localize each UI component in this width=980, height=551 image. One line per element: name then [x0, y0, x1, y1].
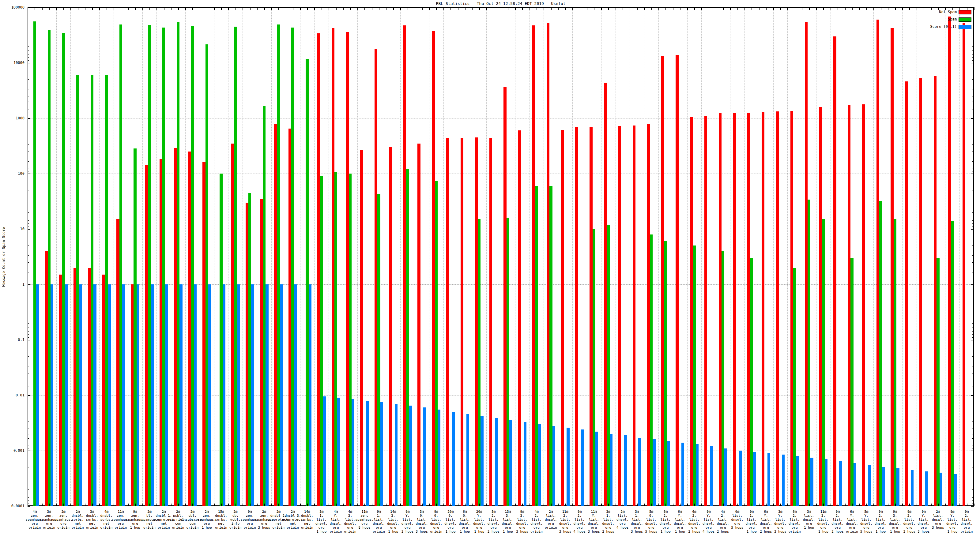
x-tick	[759, 503, 759, 506]
bar-score	[566, 428, 569, 506]
bar-score	[352, 399, 354, 506]
y-minor-tick	[972, 168, 974, 168]
x-tick	[931, 7, 932, 10]
bar-not-spam	[131, 284, 134, 506]
bar-not-spam	[575, 127, 578, 506]
x-tick	[830, 503, 831, 506]
x-tick	[70, 7, 71, 10]
bar-spam	[62, 33, 65, 506]
bar-score	[595, 432, 598, 506]
bar-not-spam	[88, 268, 91, 506]
bar-not-spam	[963, 23, 965, 506]
bar-not-spam	[446, 138, 449, 506]
x-gridline	[816, 7, 816, 506]
y-minor-tick	[972, 489, 974, 490]
x-tick	[422, 7, 423, 10]
bar-score	[79, 284, 82, 506]
y-major-tick	[971, 340, 974, 340]
x-tick	[536, 503, 537, 506]
y-major-tick	[27, 395, 30, 396]
y-tick-label: 0.1	[0, 338, 24, 341]
x-tick	[888, 503, 888, 506]
x-tick	[902, 503, 903, 506]
bar-score	[323, 396, 326, 506]
y-minor-tick	[27, 311, 29, 311]
x-tick	[56, 503, 57, 506]
bar-not-spam	[246, 203, 248, 506]
bar-spam	[478, 219, 480, 506]
bar-score	[810, 457, 813, 506]
x-tick	[881, 503, 881, 506]
x-tick	[694, 7, 695, 10]
x-tick	[551, 7, 552, 10]
y-minor-tick	[27, 327, 29, 328]
x-tick	[221, 503, 222, 506]
y-minor-tick	[972, 383, 974, 383]
x-gridline	[56, 7, 57, 506]
x-gridline	[329, 7, 329, 506]
y-minor-tick	[972, 434, 974, 434]
y-minor-tick	[972, 311, 974, 311]
y-minor-tick	[27, 41, 29, 41]
x-tick	[587, 503, 587, 506]
x-gridline	[830, 7, 831, 506]
bar-not-spam	[747, 113, 750, 506]
x-tick	[465, 503, 466, 506]
bar-score	[638, 438, 641, 506]
x-tick	[458, 7, 458, 10]
y-minor-tick	[972, 379, 974, 379]
x-tick	[164, 7, 164, 10]
bar-spam	[33, 21, 36, 506]
x-tick	[931, 503, 932, 506]
bar-spam	[377, 194, 380, 506]
x-tick	[701, 7, 702, 10]
x-tick	[866, 503, 867, 506]
x-tick	[766, 7, 767, 10]
x-tick	[616, 7, 616, 10]
bar-not-spam	[174, 148, 177, 506]
x-tick	[873, 7, 874, 10]
bar-not-spam	[102, 275, 105, 506]
x-tick	[200, 503, 200, 506]
bar-not-spam	[360, 150, 363, 506]
y-minor-tick	[27, 356, 29, 357]
bar-not-spam	[45, 251, 48, 506]
x-tick	[35, 7, 35, 10]
x-tick	[637, 503, 638, 506]
x-tick	[888, 7, 888, 10]
x-tick	[759, 7, 759, 10]
y-minor-tick	[972, 51, 974, 51]
bar-score	[466, 414, 469, 506]
y-minor-tick	[27, 442, 29, 442]
bar-score	[337, 398, 340, 506]
x-tick	[379, 503, 379, 506]
y-minor-tick	[972, 135, 974, 135]
y-minor-tick	[27, 96, 29, 97]
x-tick	[128, 503, 129, 506]
y-minor-tick	[27, 157, 29, 157]
x-tick	[665, 7, 666, 10]
x-tick	[235, 503, 236, 506]
x-tick	[795, 7, 795, 10]
y-minor-tick	[972, 161, 974, 162]
bar-not-spam	[332, 28, 334, 506]
bar-spam	[879, 201, 882, 506]
y-minor-tick	[27, 207, 29, 207]
y-minor-tick	[972, 116, 974, 116]
x-gridline	[357, 7, 358, 506]
x-gridline	[286, 7, 286, 506]
x-tick	[716, 503, 716, 506]
bar-not-spam	[202, 162, 205, 506]
x-tick	[142, 503, 143, 506]
legend-item: Not Spam	[821, 10, 971, 14]
x-tick	[450, 7, 451, 10]
x-tick	[953, 503, 953, 506]
x-tick	[329, 7, 329, 10]
y-minor-tick	[972, 412, 974, 412]
x-tick	[228, 503, 229, 506]
bar-score	[868, 465, 871, 506]
y-tick-label: 10000	[0, 61, 24, 65]
x-tick	[594, 7, 595, 10]
x-gridline	[931, 7, 931, 506]
x-tick	[314, 7, 315, 10]
